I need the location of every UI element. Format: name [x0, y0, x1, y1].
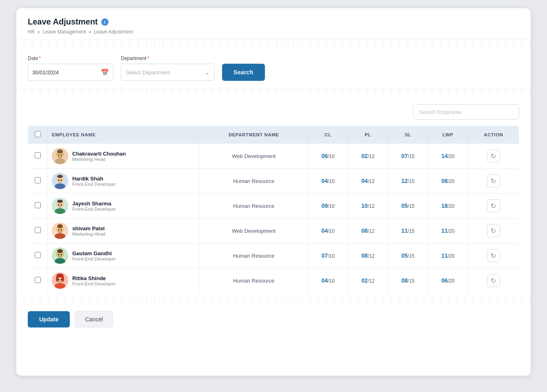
card-footer: Update Cancel	[16, 305, 531, 334]
table-row: Jayesh Sharma Front-End Developer Human …	[28, 194, 519, 218]
lwp-cell: 08/20	[428, 169, 468, 194]
employee-role: Marketing Head	[72, 232, 105, 236]
sl-cell: 05/15	[388, 194, 428, 218]
calendar-icon[interactable]: 📅	[101, 69, 109, 76]
row-checkbox[interactable]	[35, 227, 41, 233]
lwp-cell: 14/20	[428, 144, 468, 169]
dept-field-group: Department* Select Department Web Develo…	[121, 56, 215, 81]
select-all-checkbox[interactable]	[35, 131, 41, 137]
col-checkbox	[28, 126, 48, 144]
pl-cell: 02/12	[348, 268, 388, 293]
row-checkbox-cell	[28, 169, 48, 194]
employee-name-cell: Chakravarti Chouhan Marketing Head	[48, 144, 200, 169]
row-checkbox-cell	[28, 194, 48, 218]
employee-name-cell: Ritika Shinde Front-End Developer	[48, 268, 200, 293]
employee-role: Marketing Head	[72, 157, 126, 162]
sl-cell: 05/15	[388, 243, 428, 268]
breadcrumb-leave-adj: Leave Adjustment	[94, 29, 133, 35]
table-row: Hardik Shah Front-End Developer Human Re…	[28, 169, 519, 194]
leave-table: EMPLOYEE NAME DEPARTMENT NAME CL PL SL L…	[28, 125, 519, 293]
sl-cell: 07/15	[388, 144, 428, 169]
row-checkbox[interactable]	[35, 277, 41, 283]
row-checkbox[interactable]	[35, 177, 41, 183]
svg-point-33	[61, 254, 62, 256]
employee-name: Jayesh Sharma	[72, 200, 116, 207]
row-checkbox[interactable]	[35, 202, 41, 208]
table-row: Chakravarti Chouhan Marketing Head Web D…	[28, 144, 519, 169]
reset-button[interactable]: ↻	[487, 274, 500, 287]
avatar	[52, 148, 68, 164]
table-toolbar	[28, 104, 519, 120]
svg-point-18	[58, 204, 60, 206]
date-input[interactable]	[32, 69, 101, 76]
pl-cell: 10/12	[348, 194, 388, 218]
filter-section: Date* 📅 Department* Select Department We…	[16, 47, 531, 89]
svg-point-43	[62, 276, 64, 282]
svg-point-32	[58, 254, 60, 256]
pattern-strip-bottom	[16, 297, 531, 305]
svg-point-4	[58, 154, 60, 156]
cl-cell: 09/10	[308, 194, 348, 218]
employee-name: shivam Patel	[72, 225, 105, 232]
action-cell: ↻	[468, 218, 519, 243]
table-row: Gautam Gandhi Front-End Developer Human …	[28, 243, 519, 268]
col-pl: PL	[348, 126, 388, 144]
reset-button[interactable]: ↻	[487, 249, 500, 262]
breadcrumb-hr: HR	[28, 29, 35, 35]
reset-button[interactable]: ↻	[487, 149, 500, 163]
sl-cell: 11/15	[388, 218, 428, 243]
employee-name-cell: shivam Patel Marketing Head	[48, 218, 200, 243]
svg-point-11	[58, 179, 60, 181]
row-checkbox-cell	[28, 268, 48, 293]
employee-name: Gautam Gandhi	[72, 250, 116, 256]
employee-name: Ritika Shinde	[72, 275, 116, 281]
update-button[interactable]: Update	[28, 311, 70, 327]
row-checkbox[interactable]	[35, 152, 41, 158]
reset-button[interactable]: ↻	[487, 199, 500, 212]
svg-point-5	[61, 154, 62, 156]
avatar	[52, 247, 68, 264]
employee-name-cell: Hardik Shah Front-End Developer	[48, 169, 200, 194]
employee-name: Hardik Shah	[72, 176, 116, 182]
avatar	[52, 173, 68, 189]
col-lwp: LWP	[428, 126, 468, 144]
row-checkbox-cell	[28, 144, 48, 169]
pl-cell: 04/12	[348, 169, 388, 194]
dept-label: Department*	[121, 56, 215, 61]
row-checkbox-cell	[28, 218, 48, 243]
reset-button[interactable]: ↻	[487, 224, 500, 237]
pattern-strip-top	[16, 40, 531, 47]
department-name-cell: Human Resource	[200, 268, 308, 293]
row-checkbox-cell	[28, 243, 48, 268]
main-card: Leave Adjustment i HR ● Leave Management…	[16, 8, 531, 376]
action-cell: ↻	[468, 194, 519, 218]
svg-point-42	[56, 276, 58, 282]
col-sl: SL	[388, 126, 428, 144]
page-title: Leave Adjustment	[28, 17, 98, 27]
svg-point-26	[61, 229, 62, 231]
employee-name-cell: Jayesh Sharma Front-End Developer	[48, 194, 200, 218]
svg-point-25	[58, 229, 60, 231]
pl-cell: 02/12	[348, 144, 388, 169]
breadcrumb-leave-mgmt: Leave Management	[43, 29, 86, 35]
date-input-wrap[interactable]: 📅	[28, 64, 113, 81]
dept-select[interactable]: Select Department Web Development Human …	[121, 64, 215, 81]
employee-role: Front-End Developer	[72, 207, 116, 212]
row-checkbox[interactable]	[35, 252, 41, 258]
reset-button[interactable]: ↻	[487, 174, 500, 187]
employee-name: Chakravarti Chouhan	[72, 151, 126, 157]
employee-role: Front-End Developer	[72, 256, 116, 261]
svg-point-34	[57, 249, 63, 253]
svg-point-6	[57, 149, 63, 154]
col-employee-name: EMPLOYEE NAME	[48, 126, 200, 144]
cancel-button[interactable]: Cancel	[75, 311, 113, 327]
card-header: Leave Adjustment i HR ● Leave Management…	[16, 8, 531, 40]
svg-point-20	[57, 200, 63, 203]
employee-search-wrap	[413, 104, 519, 120]
search-button[interactable]: Search	[222, 64, 265, 81]
cl-cell: 04/10	[308, 218, 348, 243]
cl-cell: 06/10	[308, 144, 348, 169]
action-cell: ↻	[468, 144, 519, 169]
employee-search-input[interactable]	[413, 104, 519, 120]
sl-cell: 12/15	[388, 169, 428, 194]
